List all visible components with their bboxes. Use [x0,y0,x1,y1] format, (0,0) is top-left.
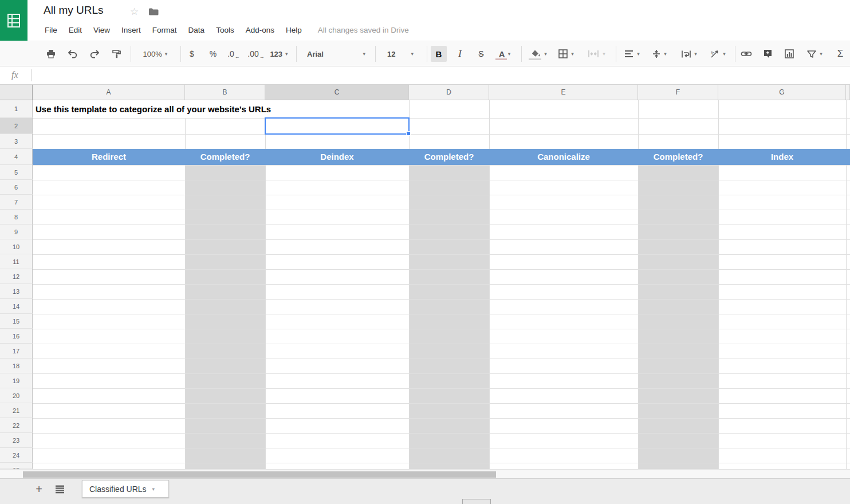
format-currency-button[interactable]: $ [186,46,198,62]
all-sheets-button[interactable] [55,485,65,496]
selected-cell-C2[interactable] [265,117,410,135]
menu-file[interactable]: File [39,23,63,37]
column-header-partial[interactable] [846,85,850,100]
more-formats-button[interactable]: 123 ▾ [266,46,292,62]
row-header-19[interactable]: 19 [0,373,33,388]
row-header-1[interactable]: 1 [0,100,33,118]
chevron-down-icon: ▾ [664,51,667,57]
decrease-decimal-button[interactable]: .0 ← [225,46,242,62]
add-sheet-button[interactable]: + [32,482,46,496]
menu-edit[interactable]: Edit [63,23,88,37]
merge-cells-button[interactable]: ▾ [583,46,610,62]
row-header-22[interactable]: 22 [0,418,33,433]
functions-button[interactable]: Σ [832,46,848,62]
text-rotation-button[interactable]: A ▾ [706,46,730,62]
shaded-column-D [409,165,489,469]
select-all-corner[interactable] [0,85,33,100]
row-header-21[interactable]: 21 [0,403,33,418]
gridline-horizontal [33,284,850,285]
row-header-9[interactable]: 9 [0,225,33,239]
fill-color-button[interactable]: ▾ [526,46,550,62]
menu-tools[interactable]: Tools [210,23,240,37]
chevron-down-icon: ▾ [820,51,823,57]
gridline-vertical [185,118,186,469]
text-color-button[interactable]: A ▾ [493,46,516,62]
increase-decimal-button[interactable]: .00 → [246,46,266,62]
column-header-D[interactable]: D [409,85,489,100]
row-header-7[interactable]: 7 [0,195,33,210]
text-wrap-button[interactable]: ▾ [677,46,701,62]
horizontal-scrollbar-track[interactable] [0,469,850,478]
insert-comment-button[interactable] [760,46,777,62]
font-family-select[interactable]: Arial ▾ [302,46,370,62]
row-header-24[interactable]: 24 [0,448,33,463]
doc-title[interactable]: All my URLs [44,4,104,17]
menu-add-ons[interactable]: Add-ons [240,23,280,37]
star-icon[interactable]: ☆ [130,6,139,18]
fill-handle[interactable] [406,131,411,136]
gridline-horizontal [33,433,850,434]
bold-button[interactable]: B [431,46,447,62]
gridline-horizontal [33,225,850,225]
formula-bar[interactable]: fx [0,66,850,85]
menu-view[interactable]: View [88,23,116,37]
sheet-title-text[interactable]: Use this template to categorize all of y… [36,100,271,118]
row-header-3[interactable]: 3 [0,134,33,149]
row-header-4[interactable]: 4 [0,149,33,165]
row-header-14[interactable]: 14 [0,299,33,314]
column-header-A[interactable]: A [33,85,185,100]
sheet-tab-classified-urls[interactable]: Classified URLs ▾ [82,480,169,498]
sheet-tab-menu-icon[interactable]: ▾ [152,486,155,492]
menu-help[interactable]: Help [280,23,308,37]
horizontal-scrollbar-thumb[interactable] [23,471,496,478]
zoom-select[interactable]: 100% ▾ [136,46,174,62]
column-header-F[interactable]: F [638,85,718,100]
row-header-13[interactable]: 13 [0,284,33,299]
borders-button[interactable]: ▾ [554,46,578,62]
paint-format-button[interactable] [108,46,124,62]
italic-button[interactable]: I [452,46,468,62]
row-header-6[interactable]: 6 [0,180,33,195]
vertical-align-button[interactable]: ▾ [648,46,671,62]
row-header-2[interactable]: 2 [0,118,33,134]
row-header-18[interactable]: 18 [0,359,33,373]
arrow-left-icon: ← [235,54,240,60]
spreadsheet-grid[interactable]: RedirectCompleted?DeindexCompleted?Canon… [0,85,850,469]
gridline-horizontal [33,329,850,329]
row-header-10[interactable]: 10 [0,239,33,254]
menu-data[interactable]: Data [183,23,211,37]
horizontal-align-button[interactable]: ▾ [620,46,643,62]
row-header-17[interactable]: 17 [0,344,33,359]
font-size-select[interactable]: 12 ▾ [381,46,419,62]
text-color-label: A [499,49,505,59]
sheets-logo[interactable] [0,0,27,41]
insert-link-button[interactable] [738,46,755,62]
row-header-23[interactable]: 23 [0,433,33,448]
redo-button[interactable] [86,46,103,62]
undo-button[interactable] [64,46,81,62]
folder-icon[interactable] [149,7,159,18]
print-button[interactable] [42,46,60,62]
row-header-25[interactable]: 25 [0,463,33,469]
shaded-column-B [185,165,265,469]
column-header-C[interactable]: C [265,85,409,100]
format-percent-button[interactable]: % [206,46,221,62]
insert-chart-button[interactable] [781,46,798,62]
column-header-E[interactable]: E [489,85,638,100]
app-header: All my URLs ☆ FileEditViewInsertFormatDa… [0,0,850,41]
column-header-B[interactable]: B [185,85,265,100]
filter-button[interactable]: ▾ [801,46,828,62]
row-header-15[interactable]: 15 [0,314,33,329]
partial-scrollbar-box[interactable] [462,499,491,504]
column-header-G[interactable]: G [718,85,846,100]
strikethrough-button[interactable]: S [473,46,489,62]
row-header-16[interactable]: 16 [0,329,33,344]
menu-format[interactable]: Format [147,23,183,37]
row-header-12[interactable]: 12 [0,269,33,284]
menu-insert[interactable]: Insert [116,23,147,37]
row-header-5[interactable]: 5 [0,165,33,180]
row-header-11[interactable]: 11 [0,254,33,269]
row-header-8[interactable]: 8 [0,210,33,225]
row-header-20[interactable]: 20 [0,388,33,403]
fill-color-icon [530,49,541,58]
